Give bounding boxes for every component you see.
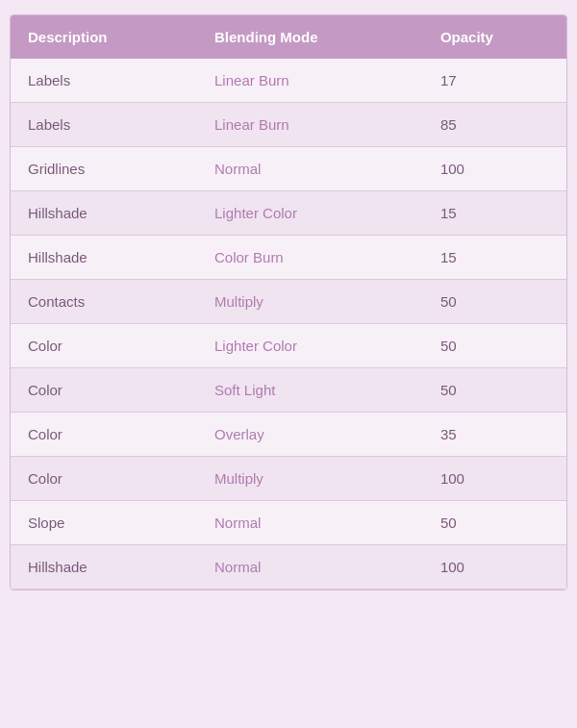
cell-blending-mode: Linear Burn	[197, 103, 423, 147]
cell-opacity: 35	[423, 413, 566, 457]
header-description: Description	[11, 15, 197, 59]
blending-table: Description Blending Mode Opacity Labels…	[11, 15, 566, 590]
main-table-container: Description Blending Mode Opacity Labels…	[10, 14, 567, 590]
cell-description: Labels	[11, 103, 197, 147]
cell-opacity: 50	[423, 324, 566, 368]
table-row: ContactsMultiply50	[11, 280, 566, 324]
cell-opacity: 15	[423, 191, 566, 236]
table-row: HillshadeLighter Color15	[11, 191, 566, 236]
cell-blending-mode: Normal	[197, 501, 423, 545]
cell-description: Hillshade	[11, 236, 197, 280]
cell-opacity: 50	[423, 501, 566, 545]
table-row: ColorSoft Light50	[11, 368, 566, 413]
cell-description: Hillshade	[11, 545, 197, 590]
header-blending-mode: Blending Mode	[197, 15, 423, 59]
cell-blending-mode: Linear Burn	[197, 59, 423, 103]
cell-opacity: 50	[423, 368, 566, 413]
cell-blending-mode: Multiply	[197, 280, 423, 324]
cell-blending-mode: Lighter Color	[197, 324, 423, 368]
cell-description: Labels	[11, 59, 197, 103]
cell-description: Gridlines	[11, 147, 197, 191]
cell-description: Color	[11, 413, 197, 457]
cell-blending-mode: Normal	[197, 147, 423, 191]
cell-blending-mode: Multiply	[197, 457, 423, 501]
cell-opacity: 100	[423, 545, 566, 590]
cell-blending-mode: Normal	[197, 545, 423, 590]
cell-blending-mode: Color Burn	[197, 236, 423, 280]
header-opacity: Opacity	[423, 15, 566, 59]
cell-opacity: 100	[423, 147, 566, 191]
cell-description: Hillshade	[11, 191, 197, 236]
cell-opacity: 15	[423, 236, 566, 280]
table-row: LabelsLinear Burn85	[11, 103, 566, 147]
table-row: HillshadeColor Burn15	[11, 236, 566, 280]
cell-blending-mode: Overlay	[197, 413, 423, 457]
table-row: HillshadeNormal100	[11, 545, 566, 590]
cell-description: Color	[11, 324, 197, 368]
cell-description: Color	[11, 457, 197, 501]
cell-blending-mode: Lighter Color	[197, 191, 423, 236]
table-row: LabelsLinear Burn17	[11, 59, 566, 103]
table-row: ColorOverlay35	[11, 413, 566, 457]
table-row: SlopeNormal50	[11, 501, 566, 545]
table-row: ColorMultiply100	[11, 457, 566, 501]
table-row: GridlinesNormal100	[11, 147, 566, 191]
table-row: ColorLighter Color50	[11, 324, 566, 368]
cell-description: Color	[11, 368, 197, 413]
cell-opacity: 100	[423, 457, 566, 501]
cell-opacity: 50	[423, 280, 566, 324]
cell-description: Contacts	[11, 280, 197, 324]
table-header-row: Description Blending Mode Opacity	[11, 15, 566, 59]
cell-opacity: 85	[423, 103, 566, 147]
cell-opacity: 17	[423, 59, 566, 103]
cell-blending-mode: Soft Light	[197, 368, 423, 413]
cell-description: Slope	[11, 501, 197, 545]
